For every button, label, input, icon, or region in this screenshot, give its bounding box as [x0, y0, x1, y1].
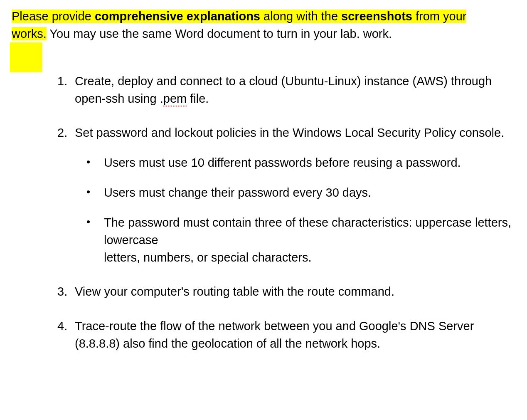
intro-paragraph: Please provide comprehensive explanation…: [12, 7, 515, 42]
task-2-bullet-3: The password must contain three of these…: [86, 214, 515, 266]
task-item-3: View your computer's routing table with …: [57, 283, 515, 300]
task-2-bullets: Users must use 10 different passwords be…: [75, 154, 515, 266]
task-1-text-after: file.: [187, 92, 209, 105]
task-item-4: Trace-route the flow of the network betw…: [57, 317, 515, 352]
task-item-2: Set password and lockout policies in the…: [57, 124, 515, 266]
pem-underline: pem: [163, 92, 187, 106]
task-3-text: View your computer's routing table with …: [75, 285, 394, 298]
intro-rest: You may use the same Word document to tu…: [47, 27, 392, 40]
bullet-text: Users must change their password every 3…: [104, 186, 371, 199]
intro-bold-2: screenshots: [341, 10, 412, 23]
intro-bold-1: comprehensive explanations: [95, 10, 260, 23]
bullet-text: The password must contain three of these…: [104, 216, 511, 264]
document-page: Please provide comprehensive explanation…: [0, 0, 527, 352]
task-4-text: Trace-route the flow of the network betw…: [75, 319, 474, 350]
intro-highlight-1: Please provide: [12, 10, 95, 23]
intro-highlight-3: from your: [412, 10, 467, 23]
task-list: Create, deploy and connect to a cloud (U…: [12, 72, 515, 352]
task-1-text-before: Create, deploy and connect to a cloud (U…: [75, 74, 492, 105]
task-2-bullet-2: Users must change their password every 3…: [86, 184, 515, 201]
highlight-empty-block: [10, 42, 42, 72]
bullet-text: Users must use 10 different passwords be…: [104, 156, 461, 169]
task-item-1: Create, deploy and connect to a cloud (U…: [57, 72, 515, 107]
task-2-bullet-1: Users must use 10 different passwords be…: [86, 154, 515, 171]
intro-highlight-2: along with the: [260, 10, 341, 23]
task-2-text: Set password and lockout policies in the…: [75, 126, 504, 139]
intro-highlight-4: works.: [12, 27, 47, 40]
